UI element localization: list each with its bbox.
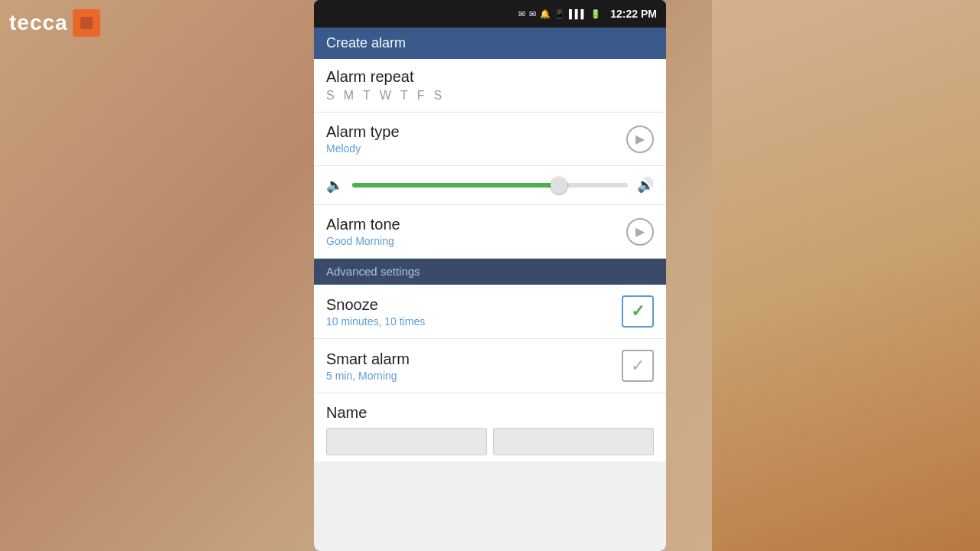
alarm-tone-row[interactable]: Alarm tone Good Morning ▶ [314, 205, 666, 259]
right-background [712, 0, 980, 551]
name-title: Name [326, 404, 654, 422]
alarm-tone-title: Alarm tone [326, 216, 626, 233]
name-inputs [326, 428, 654, 455]
tecca-text: tecca [9, 11, 68, 35]
day-m: M [344, 89, 354, 103]
alarm-type-content: Alarm type Melody [326, 123, 626, 155]
smart-alarm-checkmark: ✓ [631, 356, 645, 376]
header-bar: Create alarm [314, 28, 666, 59]
battery-icon: 🔋 [590, 9, 601, 19]
message-icon: ✉ [529, 9, 536, 19]
status-bar: ✉ ✉ 🔔 📱 ▌▌▌ 🔋 12:22 PM [314, 0, 666, 28]
day-w: W [380, 89, 391, 103]
phone-screen: ✉ ✉ 🔔 📱 ▌▌▌ 🔋 12:22 PM Create alarm Alar… [314, 0, 666, 551]
email-icon: ✉ [518, 9, 525, 19]
day-t2: T [400, 89, 408, 103]
alarm-type-arrow[interactable]: ▶ [626, 126, 654, 153]
volume-low-icon: 🔈 [326, 177, 343, 194]
snooze-title: Snooze [326, 296, 622, 314]
name-input-1[interactable] [326, 428, 487, 455]
advanced-settings-header: Advanced settings [314, 259, 666, 285]
day-f: F [417, 89, 425, 103]
status-time: 12:22 PM [610, 8, 657, 20]
day-t1: T [363, 89, 371, 103]
smart-alarm-content: Smart alarm 5 min, Morning [326, 350, 622, 382]
volume-high-icon: 🔊 [637, 177, 654, 194]
smart-alarm-title: Smart alarm [326, 350, 622, 368]
alarm-tone-content: Alarm tone Good Morning [326, 216, 626, 247]
device-icon: 📱 [554, 9, 565, 19]
alarm-type-title: Alarm type [326, 123, 626, 141]
header-title: Create alarm [326, 35, 406, 51]
app-content: Create alarm Alarm repeat S M T W T F S … [314, 28, 666, 551]
snooze-subtitle: 10 minutes, 10 times [326, 315, 622, 328]
snooze-checkbox[interactable]: ✓ [622, 295, 654, 328]
name-section: Name [314, 393, 666, 461]
snooze-checkmark: ✓ [631, 302, 645, 321]
day-s2: S [433, 89, 442, 103]
tecca-logo: tecca [9, 9, 100, 37]
alarm-type-row[interactable]: Alarm type Melody ▶ [314, 112, 666, 166]
volume-row: 🔈 🔊 [314, 166, 666, 205]
alarm-tone-arrow[interactable]: ▶ [626, 218, 654, 246]
day-s1: S [326, 89, 335, 103]
name-input-2[interactable] [493, 428, 654, 455]
smart-alarm-checkbox[interactable]: ✓ [622, 350, 654, 382]
alarm-type-subtitle: Melody [326, 142, 626, 155]
notification-icon: 🔔 [540, 9, 550, 19]
advanced-settings-title: Advanced settings [326, 265, 420, 278]
signal-icon: ▌▌▌ [569, 9, 586, 18]
phone-wrapper: ✉ ✉ 🔔 📱 ▌▌▌ 🔋 12:22 PM Create alarm Alar… [310, 0, 670, 551]
smart-alarm-subtitle: 5 min, Morning [326, 370, 622, 382]
alarm-repeat-title: Alarm repeat [326, 68, 654, 86]
volume-slider-thumb[interactable] [550, 177, 567, 194]
days-row: S M T W T F S [326, 89, 654, 103]
volume-slider-track[interactable] [352, 183, 628, 187]
alarm-tone-subtitle: Good Morning [326, 235, 626, 247]
volume-slider-fill [352, 183, 559, 187]
snooze-row[interactable]: Snooze 10 minutes, 10 times ✓ [314, 285, 666, 339]
smart-alarm-row[interactable]: Smart alarm 5 min, Morning ✓ [314, 339, 666, 393]
snooze-content: Snooze 10 minutes, 10 times [326, 296, 622, 328]
tecca-icon [73, 9, 100, 37]
status-icons: ✉ ✉ 🔔 📱 ▌▌▌ 🔋 [518, 9, 601, 19]
alarm-repeat-section[interactable]: Alarm repeat S M T W T F S [314, 59, 666, 112]
